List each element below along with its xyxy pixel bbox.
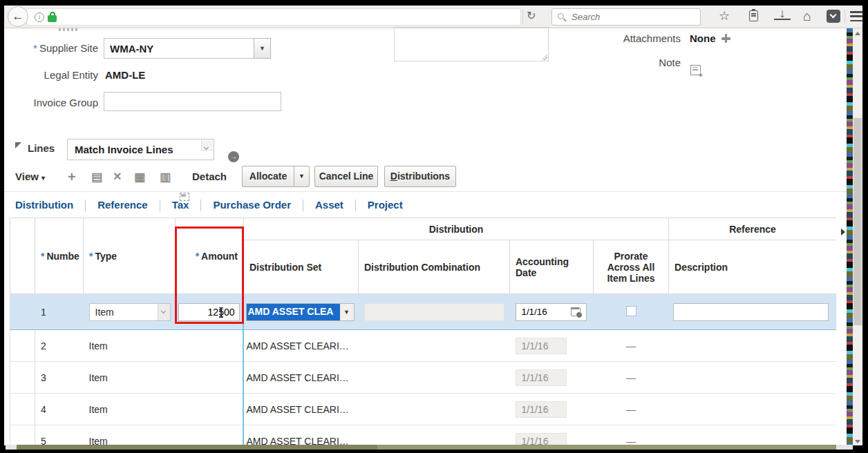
tab-tax[interactable]: Tax xyxy=(172,199,189,211)
legal-entity-label: Legal Entity xyxy=(12,69,98,81)
row-header-column xyxy=(10,218,35,294)
column-header-description[interactable]: Description xyxy=(669,240,836,294)
invoice-group-label: Invoice Group xyxy=(12,97,98,108)
column-header-accounting-date[interactable]: Accounting Date xyxy=(510,240,594,294)
lines-section-title: Lines xyxy=(28,142,55,154)
screenshot-frame: ← i ↻ ☆ ↓ ⌂ *Supplier Site ▼ Legal Entit… xyxy=(0,0,868,453)
prorate-checkbox[interactable] xyxy=(626,306,636,316)
add-row-icon[interactable]: + xyxy=(68,169,76,185)
cell-prorate: — xyxy=(626,372,636,383)
lines-action-select[interactable]: Match Invoice Lines xyxy=(67,139,214,160)
column-header-type[interactable]: *Type xyxy=(84,218,176,294)
distributions-button[interactable]: Distributions xyxy=(384,166,456,187)
description-input[interactable] xyxy=(673,303,829,321)
cancel-line-button[interactable]: Cancel Line xyxy=(314,166,378,187)
search-icon xyxy=(558,13,564,19)
column-header-number[interactable]: *Numbe xyxy=(35,218,84,294)
tab-distribution[interactable]: Distribution xyxy=(15,199,73,211)
go-button[interactable]: → xyxy=(228,151,239,162)
back-button[interactable]: ← xyxy=(8,6,28,27)
scroll-down-icon[interactable] xyxy=(855,440,860,443)
calendar-icon[interactable] xyxy=(571,307,581,316)
table-row[interactable]: 2 Item AMD ASSET CLEARI… 1/1/16 — xyxy=(10,330,837,362)
https-lock-icon[interactable] xyxy=(48,12,57,22)
chevron-down-icon: ▼ xyxy=(299,173,305,180)
tab-reference[interactable]: Reference xyxy=(97,199,148,211)
column-header-prorate[interactable]: Prorate Across All Item Lines xyxy=(594,240,669,294)
column-header-distribution-combination[interactable]: Distribution Combination xyxy=(359,240,510,294)
search-box xyxy=(551,8,701,26)
vertical-scrollbar-thumb[interactable] xyxy=(853,118,862,325)
supplier-site-field[interactable] xyxy=(104,38,254,59)
refresh-icon[interactable]: ↻ xyxy=(527,9,536,22)
go-arrow-icon: → xyxy=(230,153,237,160)
distribution-combination-field-disabled xyxy=(364,303,504,321)
line-detail-tabs: Distribution Reference Tax Purchase Orde… xyxy=(15,198,403,211)
table-row[interactable]: 4 Item AMD ASSET CLEARI… 1/1/16 — xyxy=(10,394,837,425)
supplier-site-dropdown-button[interactable]: ▼ xyxy=(254,38,271,59)
freeze-columns-icon[interactable]: ▦ xyxy=(134,170,145,184)
column-header-distribution-set[interactable]: Distribution Set xyxy=(244,240,359,294)
resize-grip-icon[interactable] xyxy=(541,54,547,60)
description-textarea[interactable] xyxy=(394,27,549,61)
allocate-dropdown-button[interactable]: ▼ xyxy=(294,166,310,187)
type-select[interactable]: Item xyxy=(89,303,171,321)
amount-input[interactable] xyxy=(178,303,240,321)
group-header-distribution: Distribution xyxy=(244,218,669,240)
horizontal-scrollbar-thumb[interactable] xyxy=(17,445,836,450)
cell-number: 4 xyxy=(35,394,84,425)
duplicate-row-icon[interactable]: ▤ xyxy=(91,170,102,184)
invoice-group-input[interactable] xyxy=(104,93,281,110)
site-info-icon[interactable]: i xyxy=(35,12,44,22)
pocket-icon[interactable] xyxy=(827,10,840,23)
allocate-button[interactable]: Allocate xyxy=(242,166,294,187)
table-row[interactable]: 3 Item AMD ASSET CLEARI… 1/1/16 — xyxy=(10,362,837,394)
select-chevron-icon[interactable] xyxy=(201,140,213,151)
cell-distribution-set: AMD ASSET CLEARI… xyxy=(244,330,359,362)
cell-prorate: — xyxy=(626,404,636,415)
legal-entity-value: AMD-LE xyxy=(105,69,145,81)
accounting-date-input[interactable] xyxy=(516,304,569,320)
supplier-site-label: *Supplier Site xyxy=(12,42,98,54)
add-attachment-icon[interactable] xyxy=(721,34,730,43)
table-row-selected[interactable]: 1 Item xyxy=(10,294,837,330)
screenshot-border xyxy=(0,450,868,453)
query-by-example-icon[interactable]: ▥ xyxy=(160,170,171,184)
chevron-down-icon[interactable]: ▼ xyxy=(340,303,355,321)
tab-asset[interactable]: Asset xyxy=(315,199,343,211)
scroll-up-icon[interactable] xyxy=(855,32,860,35)
select-chevron-icon[interactable] xyxy=(158,304,170,320)
horizontal-scrollbar[interactable] xyxy=(6,445,853,450)
collapse-lines-icon[interactable] xyxy=(15,142,21,148)
cell-accounting-date: 1/1/16 xyxy=(516,401,567,418)
menu-icon[interactable] xyxy=(850,11,862,21)
supplier-site-input[interactable] xyxy=(104,39,254,58)
cell-distribution-set: AMD ASSET CLEARI… xyxy=(244,394,359,425)
lines-action-value: Match Invoice Lines xyxy=(68,139,214,155)
browser-toolbar: ← i ↻ ☆ ↓ ⌂ xyxy=(4,6,862,28)
search-input[interactable] xyxy=(572,10,696,23)
tab-project[interactable]: Project xyxy=(368,199,403,211)
accounting-date-field[interactable] xyxy=(516,303,587,321)
scroll-right-icon[interactable] xyxy=(841,229,845,235)
downloads-icon[interactable]: ↓ xyxy=(774,8,791,20)
cell-distribution-set: AMD ASSET CLEARI… xyxy=(244,362,359,394)
url-bar[interactable] xyxy=(26,8,521,26)
pocket-chevron-icon xyxy=(830,12,837,19)
cell-prorate: — xyxy=(626,340,636,351)
column-header-amount[interactable]: *Amount xyxy=(176,218,244,294)
bookmark-star-icon[interactable]: ☆ xyxy=(716,8,733,23)
cell-number: 2 xyxy=(35,330,84,362)
create-note-icon[interactable] xyxy=(690,65,701,75)
home-icon[interactable]: ⌂ xyxy=(799,8,815,24)
view-menu[interactable]: View ▾ xyxy=(15,171,45,182)
distribution-set-combobox[interactable]: AMD ASSET CLEA ▼ xyxy=(246,303,357,321)
tab-purchase-order[interactable]: Purchase Order xyxy=(213,199,291,211)
detach-label[interactable]: Detach xyxy=(192,171,227,182)
invoice-group-field[interactable] xyxy=(104,92,281,111)
delete-row-icon[interactable]: × xyxy=(113,168,122,184)
vertical-scrollbar[interactable] xyxy=(853,28,862,445)
text-cursor-icon xyxy=(220,307,222,318)
library-icon[interactable] xyxy=(749,10,758,21)
attachments-value: None xyxy=(690,32,716,44)
